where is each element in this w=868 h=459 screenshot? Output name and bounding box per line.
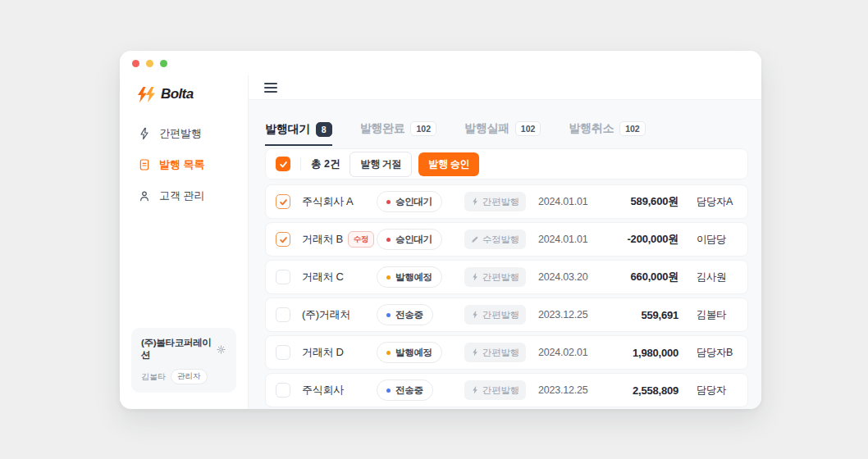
maximize-window-button[interactable] (160, 60, 167, 67)
tab-label: 발행완료 (360, 121, 405, 136)
issue-type-badge: 간편발행 (464, 380, 526, 400)
status-dot (386, 238, 391, 242)
manager-name: 이담당 (697, 233, 739, 247)
issue-type-cell: 간편발행 (464, 192, 538, 211)
amount: 589,600원 (600, 194, 678, 209)
sidebar-item-label: 발행 목록 (159, 157, 205, 172)
table-row[interactable]: 거래처 D 발행예정 간편발행 2024.02.01 1,980,000 담당자… (265, 335, 748, 370)
bolta-lightning-logo-icon (137, 87, 157, 102)
tab-issue-canceled[interactable]: 발행취소 102 (569, 121, 645, 146)
tab-label: 발행대기 (265, 122, 310, 137)
amount: 559,691 (600, 309, 678, 321)
window-titlebar (120, 51, 761, 75)
account-company-name: (주)볼타코퍼레이션 (141, 337, 216, 361)
tab-issue-complete[interactable]: 발행완료 102 (360, 121, 436, 146)
edited-badge: 수정 (348, 231, 374, 248)
issue-type-cell: 간편발행 (464, 343, 538, 362)
table-row[interactable]: 주식회사 A 승인대기 간편발행 2024.01.01 589,600원 담당자… (265, 184, 748, 219)
lightning-icon (138, 127, 151, 140)
status-dot (386, 351, 391, 355)
manager-name: 담당자B (697, 346, 739, 360)
pencil-icon (471, 235, 479, 243)
lightning-icon (471, 198, 479, 206)
issue-date: 2024.01.01 (538, 196, 600, 207)
client-name: 거래처 C (302, 270, 377, 284)
select-all-checkbox[interactable] (276, 157, 290, 171)
issue-date: 2023.12.25 (538, 309, 600, 320)
sidebar-item-issue-list[interactable]: 발행 목록 (131, 152, 236, 177)
issue-type-cell: 간편발행 (464, 267, 538, 287)
sidebar-menu: 간편발행 발행 목록 고객 관리 (131, 121, 236, 208)
check-icon (279, 160, 288, 169)
issue-type-badge: 간편발행 (464, 343, 526, 362)
check-icon (279, 235, 288, 244)
document-icon (138, 158, 151, 171)
approve-issue-button[interactable]: 발행 승인 (418, 152, 479, 176)
issue-date: 2024.03.20 (538, 271, 600, 283)
manager-name: 김사원 (697, 270, 739, 284)
close-window-button[interactable] (132, 60, 139, 67)
status-cell: 전송중 (377, 379, 464, 401)
tab-count-badge: 8 (316, 122, 332, 137)
issue-date: 2024.02.01 (538, 347, 600, 358)
issue-date: 2024.01.01 (538, 234, 600, 245)
status-badge: 승인대기 (377, 191, 442, 212)
amount: 1,980,000 (600, 347, 678, 359)
sidebar-item-customer-management[interactable]: 고객 관리 (131, 184, 236, 208)
minimize-window-button[interactable] (146, 60, 153, 67)
gear-icon[interactable] (216, 344, 226, 355)
issue-date: 2023.12.25 (538, 384, 600, 396)
account-role-badge: 관리자 (171, 369, 208, 384)
tab-issue-pending[interactable]: 발행대기 8 (265, 122, 332, 147)
amount: 660,000원 (600, 270, 678, 284)
hamburger-menu-icon[interactable] (264, 83, 277, 93)
table-row[interactable]: 거래처 C 발행예정 간편발행 2024.03.20 660,000원 김사원 (265, 260, 748, 294)
table-row[interactable]: 거래처 B수정 승인대기 수정발행 2024.01.01 -200,000원 이… (265, 222, 748, 257)
main-content: 발행대기 8 발행완료 102 발행실패 102 발행취소 102 (249, 100, 761, 409)
row-checkbox[interactable] (276, 270, 290, 284)
reject-issue-button[interactable]: 발행 거절 (349, 152, 412, 177)
row-checkbox[interactable] (276, 307, 290, 322)
tab-label: 발행취소 (569, 121, 614, 136)
row-checkbox[interactable] (276, 194, 290, 209)
sidebar: Bolta 간편발행 발행 목록 고객 관리 (주) (120, 75, 249, 409)
status-cell: 승인대기 (377, 191, 464, 212)
selection-toolbar: 총 2건 발행 거절 발행 승인 (265, 148, 748, 180)
lightning-icon (471, 348, 479, 357)
issue-type-badge: 간편발행 (464, 305, 526, 325)
manager-name: 담당자A (697, 195, 739, 209)
client-name: 거래처 D (302, 345, 377, 360)
row-checkbox[interactable] (276, 383, 290, 398)
client-name: 주식회사 A (302, 194, 377, 209)
table-row[interactable]: 주식회사 전송중 간편발행 2023.12.25 2,558,809 담당자 (265, 373, 748, 407)
issue-type-cell: 간편발행 (464, 305, 538, 325)
lightning-icon (471, 273, 479, 281)
status-cell: 발행예정 (377, 342, 464, 363)
main-header (249, 75, 761, 100)
issue-type-badge: 수정발행 (464, 230, 526, 249)
divider (300, 157, 301, 170)
selected-total-label: 총 2건 (311, 157, 340, 171)
account-user-name: 김볼타 (141, 371, 166, 383)
tab-issue-failed[interactable]: 발행실패 102 (464, 121, 541, 146)
table-row[interactable]: (주)거래처 전송중 간편발행 2023.12.25 559,691 김볼타 (265, 298, 748, 332)
status-dot (386, 313, 391, 317)
issue-type-badge: 간편발행 (464, 192, 526, 211)
status-dot (386, 200, 391, 204)
row-checkbox[interactable] (276, 232, 290, 247)
status-cell: 전송중 (377, 304, 464, 325)
amount: 2,558,809 (600, 384, 678, 397)
lightning-icon (471, 311, 479, 319)
status-cell: 승인대기 (377, 229, 464, 250)
manager-name: 담당자 (697, 384, 739, 398)
sidebar-item-quick-issue[interactable]: 간편발행 (131, 121, 236, 146)
brand-name: Bolta (161, 86, 194, 102)
tab-count-badge: 102 (515, 121, 541, 136)
brand-logo[interactable]: Bolta (131, 85, 236, 103)
row-checkbox[interactable] (276, 345, 290, 360)
account-card[interactable]: (주)볼타코퍼레이션 김볼타 관리자 (131, 328, 236, 393)
sidebar-item-label: 고객 관리 (159, 189, 205, 203)
tab-count-badge: 102 (619, 121, 646, 136)
client-name: 거래처 B수정 (302, 231, 377, 248)
check-icon (279, 198, 288, 207)
